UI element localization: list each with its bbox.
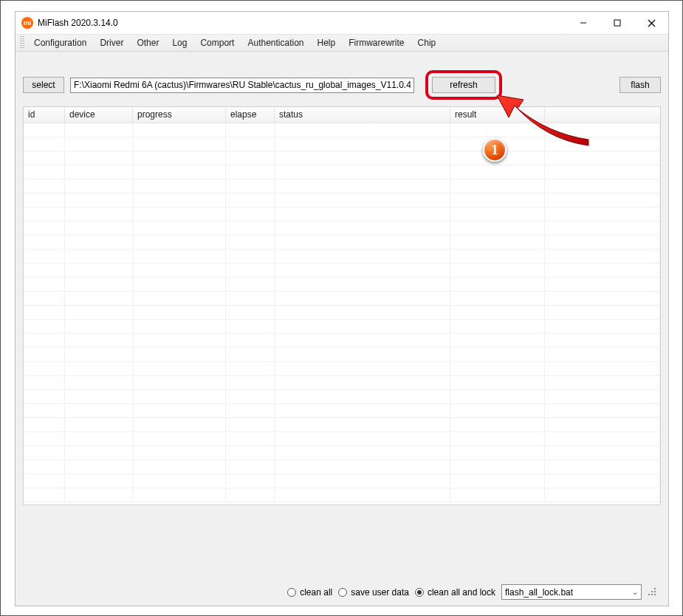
bottom-bar: clean all save user data clean all and l… [23, 580, 661, 601]
radio-save-user-data[interactable]: save user data [338, 587, 409, 598]
menu-firmwarewrite[interactable]: Firmwarewrite [342, 35, 411, 50]
table-row[interactable] [24, 292, 660, 306]
table-row[interactable] [24, 194, 660, 208]
menu-log[interactable]: Log [165, 35, 193, 50]
flash-button[interactable]: flash [619, 77, 661, 93]
window-title: MiFlash 2020.3.14.0 [38, 18, 118, 28]
table-row[interactable] [24, 123, 660, 137]
radio-label: clean all and lock [428, 587, 495, 598]
table-row[interactable] [24, 488, 660, 502]
radio-label: save user data [351, 587, 409, 598]
table-row[interactable] [24, 137, 660, 151]
radio-clean-all[interactable]: clean all [287, 587, 332, 598]
col-spacer [545, 107, 660, 123]
col-status[interactable]: status [275, 107, 450, 123]
table-row[interactable] [24, 390, 660, 404]
table-row[interactable] [24, 179, 660, 194]
table-row[interactable] [24, 446, 660, 460]
table-row[interactable] [24, 376, 660, 390]
close-button[interactable] [634, 12, 668, 34]
col-id[interactable]: id [24, 107, 65, 123]
maximize-button[interactable] [600, 12, 634, 34]
table-row[interactable] [24, 474, 660, 488]
svg-rect-1 [614, 20, 620, 26]
table-row[interactable] [24, 264, 660, 278]
toolbar: select refresh flash [23, 77, 661, 93]
content-area: select refresh flash id device progress … [16, 52, 668, 606]
device-grid: id device progress elapse status result [23, 106, 661, 505]
col-result[interactable]: result [450, 107, 545, 123]
firmware-path-input[interactable] [70, 78, 414, 93]
select-button[interactable]: select [23, 77, 64, 93]
table-row[interactable] [24, 432, 660, 446]
minimize-button[interactable] [566, 12, 600, 34]
resize-grip[interactable] [648, 587, 658, 598]
menubar-grip [20, 36, 24, 49]
table-row[interactable] [24, 306, 660, 320]
table-row[interactable] [24, 222, 660, 236]
bat-file-value: flash_all_lock.bat [505, 587, 573, 598]
menu-other[interactable]: Other [130, 35, 165, 50]
app-window: mi MiFlash 2020.3.14.0 Configuration Dri… [15, 11, 669, 606]
chevron-down-icon: ⌄ [632, 588, 638, 596]
col-device[interactable]: device [65, 107, 133, 123]
menu-driver[interactable]: Driver [93, 35, 130, 50]
radio-clean-all-and-lock[interactable]: clean all and lock [415, 587, 495, 598]
titlebar: mi MiFlash 2020.3.14.0 [16, 12, 668, 34]
refresh-button[interactable]: refresh [432, 77, 495, 93]
menubar: Configuration Driver Other Log Comport A… [16, 34, 668, 52]
app-icon: mi [21, 17, 33, 29]
table-row[interactable] [24, 208, 660, 222]
menu-authentication[interactable]: Authentication [241, 35, 310, 50]
bat-file-select[interactable]: flash_all_lock.bat ⌄ [501, 584, 642, 600]
table-row[interactable] [24, 320, 660, 334]
col-elapse[interactable]: elapse [226, 107, 275, 123]
table-row[interactable] [24, 460, 660, 474]
menu-help[interactable]: Help [311, 35, 343, 50]
table-row[interactable] [24, 418, 660, 432]
table-row[interactable] [24, 165, 660, 179]
menu-comport[interactable]: Comport [193, 35, 241, 50]
radio-label: clean all [300, 587, 332, 598]
grid-header: id device progress elapse status result [24, 107, 660, 123]
table-row[interactable] [24, 334, 660, 348]
menu-chip[interactable]: Chip [411, 35, 443, 50]
table-row[interactable] [24, 348, 660, 362]
table-row[interactable] [24, 404, 660, 418]
table-row[interactable] [24, 278, 660, 292]
annotation-step-badge: 1 [483, 138, 507, 162]
col-progress[interactable]: progress [133, 107, 226, 123]
table-row[interactable] [24, 250, 660, 264]
table-row[interactable] [24, 362, 660, 376]
grid-body[interactable] [24, 123, 660, 504]
menu-configuration[interactable]: Configuration [27, 35, 93, 50]
table-row[interactable] [24, 236, 660, 250]
table-row[interactable] [24, 151, 660, 165]
